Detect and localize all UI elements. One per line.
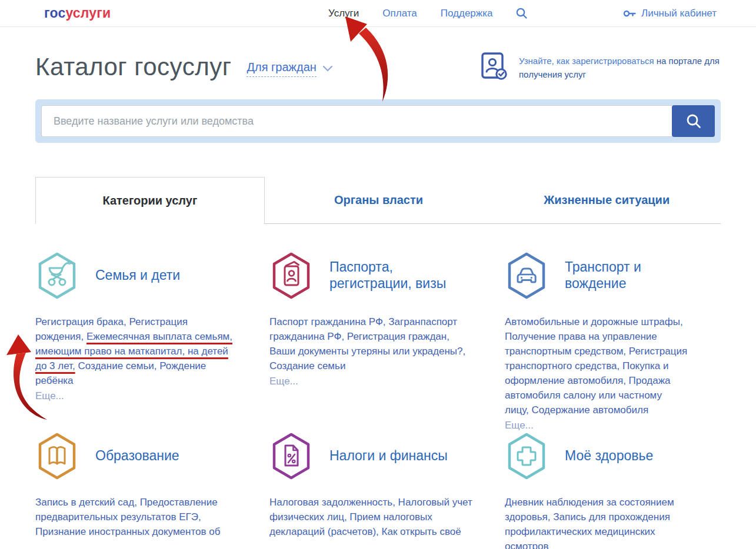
tab-life-situations[interactable]: Жизненные ситуации (492, 177, 721, 224)
category-links-health[interactable]: Дневник наблюдения за состоянием здоровь… (505, 495, 688, 549)
tab-service-categories[interactable]: Категории услуг (35, 177, 265, 224)
category-title-family[interactable]: Семья и дети (95, 267, 180, 284)
tab-authorities[interactable]: Органы власти (265, 177, 493, 224)
catalog-tabs: Категории услуг Органы власти Жизненные … (35, 177, 721, 224)
search-icon[interactable] (516, 8, 527, 19)
category-title-passports[interactable]: Паспорта, регистрации, визы (329, 259, 456, 292)
key-icon (623, 9, 636, 18)
card-head: Налоги и финансы (269, 433, 472, 480)
card-head: Моё здоровье (505, 433, 688, 480)
gosuslugi-logo[interactable]: госуслуги (44, 5, 111, 21)
card-head: Семья и дети (35, 252, 237, 299)
category-links-transport[interactable]: Автомобильные и дорожные штрафы, Получен… (505, 314, 688, 433)
register-user-icon (481, 52, 508, 83)
category-links-family[interactable]: Регистрация брака, Регистрация рождения,… (35, 314, 237, 403)
nav-payment[interactable]: Оплата (382, 8, 417, 19)
search-band (35, 99, 721, 143)
category-title-taxes[interactable]: Налоги и финансы (329, 448, 448, 464)
links-text[interactable]: Дневник наблюдения за состоянием здоровь… (505, 497, 674, 549)
logo-blue-part: гос (44, 5, 65, 21)
category-card-education: Образование Запись в детский сад, Предос… (35, 433, 269, 549)
card-head: Паспорта, регистрации, визы (269, 252, 472, 299)
card-head: Транспорт и вождение (505, 252, 688, 299)
chevron-down-icon[interactable] (322, 63, 333, 74)
card-head: Образование (35, 433, 237, 480)
audience-selector[interactable]: Для граждан (247, 61, 332, 77)
category-links-taxes[interactable]: Налоговая задолженность, Налоговый учет … (269, 495, 472, 539)
personal-cabinet-link[interactable]: Личный кабинет (623, 0, 717, 26)
logo-red-part: услуги (65, 5, 111, 21)
main-nav: Услуги Оплата Поддержка (328, 0, 527, 26)
stroller-icon (35, 252, 79, 299)
category-card-transport: Транспорт и вождение Автомобильные и дор… (505, 252, 721, 433)
medical-cross-icon (505, 433, 548, 480)
more-link-family[interactable]: Еще... (35, 389, 237, 403)
more-link-passports[interactable]: Еще... (269, 374, 472, 389)
category-links-education[interactable]: Запись в детский сад, Предоставление пре… (35, 495, 237, 539)
personal-cabinet-label: Личный кабинет (641, 8, 717, 19)
more-link-transport[interactable]: Еще... (505, 418, 688, 433)
category-title-transport[interactable]: Транспорт и вождение (565, 259, 688, 292)
links-text[interactable]: Налоговая задолженность, Налоговый учет … (269, 497, 472, 537)
register-hint: Узнайте, как зарегистрироваться на порта… (481, 51, 721, 83)
nav-services[interactable]: Услуги (328, 8, 359, 19)
passport-icon (269, 252, 313, 299)
category-card-family: Семья и дети Регистрация брака, Регистра… (35, 252, 269, 433)
links-text[interactable]: Автомобильные и дорожные штрафы, Получен… (505, 316, 687, 416)
category-title-education[interactable]: Образование (95, 448, 179, 464)
tax-document-icon (269, 433, 313, 480)
category-grid: Семья и дети Регистрация брака, Регистра… (35, 252, 721, 549)
service-search-input[interactable] (41, 105, 672, 137)
top-header: госуслуги Услуги Оплата Поддержка Личный… (0, 0, 756, 27)
search-submit-button[interactable] (672, 105, 715, 137)
hero-row: Каталог госуслуг Для граждан Узнайте, ка… (35, 51, 721, 83)
links-text[interactable]: Запись в детский сад, Предоставление пре… (35, 497, 220, 537)
car-icon (505, 252, 548, 299)
register-hint-text: Узнайте, как зарегистрироваться на порта… (519, 52, 721, 83)
open-book-icon (35, 433, 79, 480)
category-links-passports[interactable]: Паспорт гражданина РФ, Загранпаспорт гра… (269, 314, 472, 389)
category-card-health: Моё здоровье Дневник наблюдения за состо… (505, 433, 721, 549)
links-text[interactable]: Паспорт гражданина РФ, Загранпаспорт гра… (269, 316, 465, 371)
search-button-icon (686, 113, 701, 129)
register-link[interactable]: Узнайте, как зарегистрироваться (519, 56, 654, 66)
nav-support[interactable]: Поддержка (441, 8, 493, 19)
category-title-health[interactable]: Моё здоровье (565, 448, 653, 464)
gosuslugi-catalog-page: госуслуги Услуги Оплата Поддержка Личный… (0, 0, 756, 549)
category-card-taxes: Налоги и финансы Налоговая задолженность… (269, 433, 505, 549)
category-card-passports: Паспорта, регистрации, визы Паспорт граж… (269, 252, 505, 433)
page-title: Каталог госуслуг (35, 53, 231, 81)
audience-label[interactable]: Для граждан (247, 61, 316, 77)
hero-title-group: Каталог госуслуг Для граждан (35, 51, 333, 83)
